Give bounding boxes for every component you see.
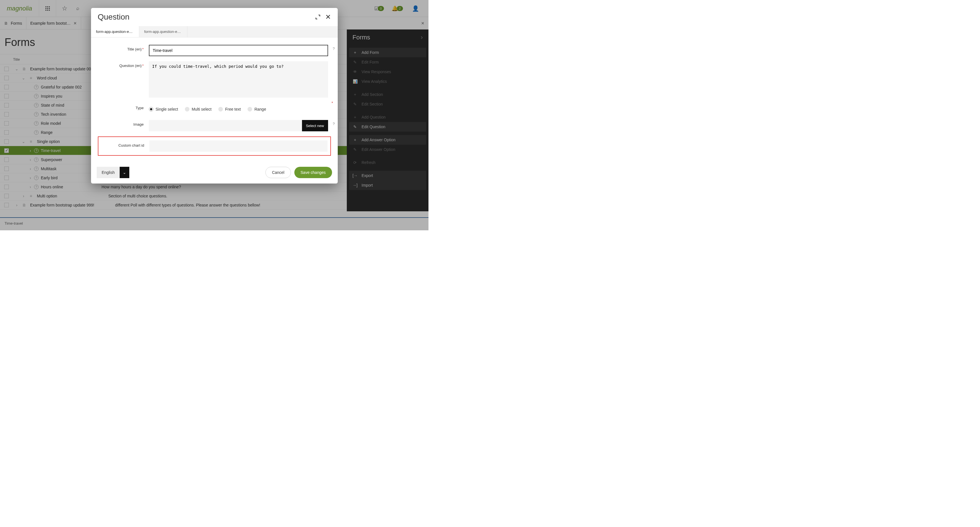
radio-icon xyxy=(185,107,189,111)
dialog-title: Question xyxy=(98,13,130,22)
save-changes-button[interactable]: Save changes xyxy=(294,167,332,178)
type-option-free-text[interactable]: Free text xyxy=(218,107,241,111)
title-label: Title (en) xyxy=(127,47,142,51)
image-path-field[interactable] xyxy=(149,120,302,131)
radio-icon xyxy=(248,107,252,111)
radio-icon xyxy=(149,107,153,111)
custom-chart-id-highlight: Custom chart id xyxy=(98,137,331,156)
cancel-button[interactable]: Cancel xyxy=(266,167,291,178)
title-input[interactable] xyxy=(149,45,328,56)
question-textarea[interactable] xyxy=(149,61,328,97)
dialog-tab-1[interactable]: form-app.question-edit.t… xyxy=(91,26,139,37)
radio-label: Multi select xyxy=(192,107,212,111)
chevron-down-icon: ⌄ xyxy=(120,167,129,178)
dialog-tab-2[interactable]: form-app.question-edit.ta… xyxy=(139,26,188,37)
language-select-label: English xyxy=(97,167,120,178)
question-label: Question (en) xyxy=(119,64,142,68)
dialog-tabs: form-app.question-edit.t… form-app.quest… xyxy=(91,26,338,37)
required-marker: * xyxy=(331,101,333,105)
type-option-multi-select[interactable]: Multi select xyxy=(185,107,212,111)
custom-chart-id-input[interactable] xyxy=(150,140,328,152)
close-dialog-button[interactable]: ✕ xyxy=(325,14,331,20)
custom-chart-id-label: Custom chart id xyxy=(118,143,144,148)
type-option-range[interactable]: Range xyxy=(248,107,266,111)
help-icon[interactable]: ? xyxy=(332,46,335,51)
image-label: Image xyxy=(133,122,143,126)
question-dialog: Question ✕ form-app.question-edit.t… for… xyxy=(91,8,338,183)
language-select[interactable]: English ⌄ xyxy=(97,167,130,178)
select-new-button[interactable]: Select new xyxy=(302,120,328,131)
type-option-single-select[interactable]: Single select xyxy=(149,107,178,111)
radio-icon xyxy=(218,107,223,111)
dialog-backdrop: Question ✕ form-app.question-edit.t… for… xyxy=(0,0,428,230)
expand-icon[interactable] xyxy=(315,14,321,20)
radio-label: Single select xyxy=(156,107,178,111)
radio-label: Free text xyxy=(225,107,241,111)
type-label: Type xyxy=(135,106,143,110)
help-icon[interactable]: ? xyxy=(332,122,335,126)
radio-label: Range xyxy=(255,107,266,111)
